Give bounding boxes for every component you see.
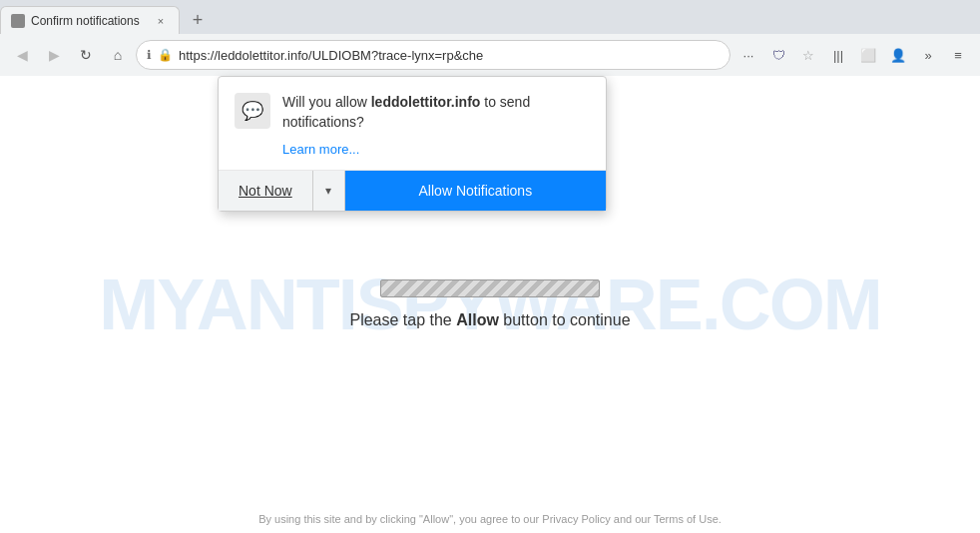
nav-bar: ◀ ▶ ↻ ⌂ ℹ 🔒 https://leddolettitor.info/U… — [0, 34, 980, 76]
shield-button[interactable]: 🛡 — [764, 41, 792, 69]
chat-icon-symbol: 💬 — [242, 100, 263, 122]
sidebar-button[interactable]: ⬜ — [854, 41, 882, 69]
forward-icon: ▶ — [49, 47, 60, 63]
browser-chrome: Confirm notifications × + ◀ ▶ ↻ ⌂ ℹ 🔒 ht… — [0, 0, 980, 77]
progress-container: Please tap the Allow button to continue — [349, 279, 630, 329]
popup-question: Will you allow leddolettitor.info to sen… — [282, 93, 590, 132]
popup-learn-more: Learn more... — [219, 140, 606, 170]
back-button[interactable]: ◀ — [8, 41, 36, 69]
not-now-button[interactable]: Not Now — [219, 171, 313, 211]
popup-text-pre: Will you allow — [282, 94, 371, 110]
progress-text: Please tap the Allow button to continue — [349, 311, 630, 329]
progress-post: button to continue — [499, 311, 631, 328]
refresh-button[interactable]: ↻ — [72, 41, 100, 69]
account-button[interactable]: 👤 — [884, 41, 912, 69]
not-now-dropdown-button[interactable]: ▾ — [313, 171, 345, 211]
more-button[interactable]: ··· — [735, 41, 762, 69]
nav-right-icons: ··· 🛡 ☆ ||| ⬜ 👤 » ≡ — [735, 41, 972, 69]
forward-button[interactable]: ▶ — [40, 41, 68, 69]
back-icon: ◀ — [17, 47, 28, 63]
lock-icon: 🔒 — [158, 48, 173, 62]
bookmark-button[interactable]: ☆ — [794, 41, 822, 69]
popup-actions: Not Now ▾ Allow Notifications — [219, 170, 606, 211]
tab-close-button[interactable]: × — [153, 13, 169, 29]
extensions-button[interactable]: » — [914, 41, 942, 69]
popup-chat-icon: 💬 — [235, 93, 270, 129]
footer-text: By using this site and by clicking "Allo… — [0, 513, 980, 525]
new-tab-button[interactable]: + — [184, 6, 212, 34]
progress-allow: Allow — [456, 311, 499, 328]
progress-pre: Please tap the — [349, 311, 456, 328]
menu-button[interactable]: ≡ — [944, 41, 972, 69]
popup-header: 💬 Will you allow leddolettitor.info to s… — [219, 77, 606, 140]
home-icon: ⌂ — [114, 47, 122, 63]
refresh-icon: ↻ — [80, 47, 92, 63]
tab-favicon — [11, 14, 25, 28]
allow-notifications-button[interactable]: Allow Notifications — [345, 171, 606, 211]
active-tab[interactable]: Confirm notifications × — [0, 6, 180, 34]
learn-more-link[interactable]: Learn more... — [282, 142, 359, 157]
progress-bar — [380, 279, 600, 297]
url-text: https://leddolettitor.info/ULDIOBM?trace… — [179, 48, 720, 63]
popup-site-name: leddolettitor.info — [371, 94, 481, 110]
address-bar[interactable]: ℹ 🔒 https://leddolettitor.info/ULDIOBM?t… — [136, 40, 731, 70]
home-button[interactable]: ⌂ — [104, 41, 132, 69]
tab-title: Confirm notifications — [31, 14, 147, 28]
bookmarks-button[interactable]: ||| — [824, 41, 852, 69]
tab-bar: Confirm notifications × + — [0, 0, 980, 34]
notification-popup: 💬 Will you allow leddolettitor.info to s… — [218, 76, 607, 212]
dropdown-chevron-icon: ▾ — [325, 184, 331, 198]
info-icon: ℹ — [147, 48, 152, 62]
